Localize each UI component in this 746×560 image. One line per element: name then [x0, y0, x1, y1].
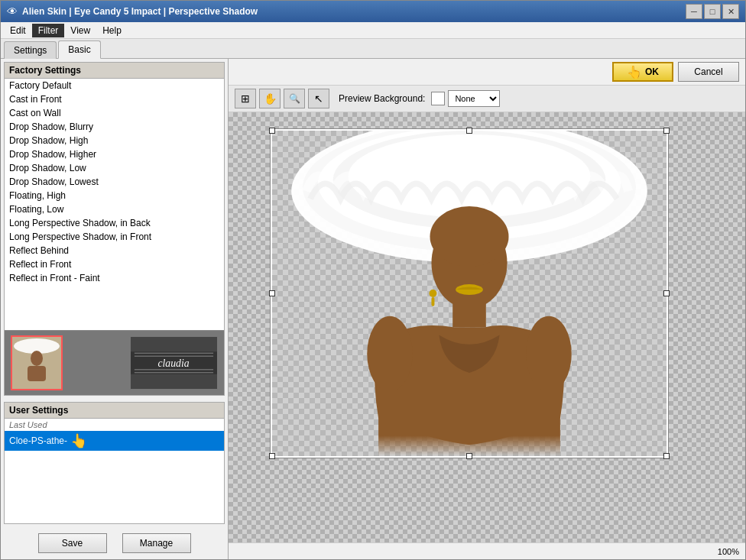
maximize-button[interactable]: □	[704, 4, 721, 19]
list-item-reflect-in-front-faint[interactable]: Reflect in Front - Faint	[5, 271, 224, 285]
list-item-long-perspective-front[interactable]: Long Perspective Shadow, in Front	[5, 230, 224, 244]
last-used-label: Last Used	[5, 419, 224, 431]
menu-edit[interactable]: Edit	[4, 24, 32, 37]
preview-toolbar: ⊞ ✋ 🔍 ↖ Preview Background: None White B…	[229, 85, 745, 112]
left-panel: Factory Settings Factory Default Cast in…	[1, 59, 229, 559]
watermark-thumbnail: claudia	[130, 336, 218, 390]
preview-bg-label: Preview Background:	[339, 93, 425, 104]
main-content: Factory Settings Factory Default Cast in…	[1, 59, 745, 559]
thumbnail-area: claudia	[5, 330, 224, 395]
svg-point-20	[367, 316, 412, 392]
selected-item-text: Cloe-PS-athe-	[9, 435, 67, 446]
main-window: 👁 Alien Skin | Eye Candy 5 Impact | Pers…	[0, 0, 746, 560]
pan-icon: ✋	[264, 92, 277, 105]
window-title: Alien Skin | Eye Candy 5 Impact | Perspe…	[22, 6, 258, 17]
title-bar-left: 👁 Alien Skin | Eye Candy 5 Impact | Pers…	[7, 5, 258, 18]
preview-bg-select[interactable]: None White Black Custom	[448, 90, 500, 107]
tabs-bar: Settings Basic	[1, 39, 745, 59]
zoom-fit-icon: ⊞	[241, 92, 250, 105]
handle-tr[interactable]	[663, 128, 670, 134]
settings-list-container: Factory Default Cast in Front Cast on Wa…	[5, 79, 224, 330]
ok-button[interactable]: 👆 OK	[612, 62, 673, 82]
close-button[interactable]: ✕	[722, 4, 739, 19]
list-item-cast-on-wall[interactable]: Cast on Wall	[5, 106, 224, 120]
watermark-svg: claudia	[131, 336, 217, 390]
ok-cursor-icon: 👆	[627, 65, 642, 79]
svg-point-2	[31, 351, 43, 366]
save-button[interactable]: Save	[38, 533, 107, 553]
list-item-drop-shadow-low[interactable]: Drop Shadow, Low	[5, 161, 224, 175]
cursor-tool-icon: ↖	[314, 92, 323, 105]
title-bar: 👁 Alien Skin | Eye Candy 5 Impact | Pers…	[1, 1, 745, 22]
list-item-drop-shadow-higher[interactable]: Drop Shadow, Higher	[5, 147, 224, 161]
app-icon: 👁	[7, 5, 18, 18]
list-item-drop-shadow-blurry[interactable]: Drop Shadow, Blurry	[5, 120, 224, 134]
handle-ml[interactable]	[269, 290, 275, 296]
right-top: 👆 OK Cancel	[229, 59, 745, 85]
list-item-reflect-in-front[interactable]: Reflect in Front	[5, 257, 224, 271]
svg-rect-23	[431, 297, 434, 306]
zoom-level: 100%	[718, 547, 739, 556]
cancel-button[interactable]: Cancel	[678, 62, 739, 82]
pan-button[interactable]: ✋	[259, 89, 281, 108]
list-item-factory-default[interactable]: Factory Default	[5, 79, 224, 92]
tab-basic[interactable]: Basic	[58, 40, 100, 59]
preview-bg-color-swatch	[431, 92, 445, 105]
factory-settings-list: Factory Default Cast in Front Cast on Wa…	[5, 79, 224, 330]
handle-mr[interactable]	[663, 290, 670, 296]
bottom-buttons: Save Manage	[1, 527, 228, 559]
cursor-tool-button[interactable]: ↖	[308, 89, 329, 108]
tab-settings[interactable]: Settings	[4, 41, 57, 59]
handle-tl[interactable]	[269, 128, 275, 134]
user-setting-selected[interactable]: Cloe-PS-athe- 👆	[5, 431, 224, 451]
factory-settings-header: Factory Settings	[5, 63, 224, 79]
zoom-in-icon: 🔍	[289, 93, 300, 104]
menu-filter[interactable]: Filter	[32, 24, 65, 37]
svg-point-21	[526, 316, 571, 392]
list-item-drop-shadow-lowest[interactable]: Drop Shadow, Lowest	[5, 175, 224, 189]
window-controls: ─ □ ✕	[686, 4, 739, 19]
user-settings-section: User Settings Last Used Cloe-PS-athe- 👆	[4, 402, 225, 524]
cursor-arrow-icon: 👆	[70, 432, 87, 449]
status-bar: 100%	[229, 542, 745, 559]
svg-text:claudia: claudia	[157, 358, 189, 369]
svg-rect-19	[452, 301, 486, 328]
manage-button[interactable]: Manage	[122, 533, 191, 553]
list-item-reflect-behind[interactable]: Reflect Behind	[5, 244, 224, 257]
list-item-cast-in-front[interactable]: Cast in Front	[5, 92, 224, 106]
list-item-floating-low[interactable]: Floating, Low	[5, 202, 224, 216]
subject-thumbnail	[11, 335, 63, 390]
ok-label: OK	[645, 66, 659, 77]
zoom-in-button[interactable]: 🔍	[284, 89, 305, 108]
list-item-drop-shadow-high[interactable]: Drop Shadow, High	[5, 134, 224, 147]
handle-bm[interactable]	[466, 453, 472, 459]
menu-view[interactable]: View	[64, 24, 96, 37]
menu-bar: Edit Filter View Help	[1, 22, 745, 39]
handle-bl[interactable]	[269, 453, 275, 459]
menu-help[interactable]: Help	[96, 24, 128, 37]
handle-tm[interactable]	[466, 128, 472, 134]
svg-point-17	[430, 206, 508, 267]
preview-figure-svg	[272, 131, 667, 456]
handle-br[interactable]	[663, 453, 670, 459]
factory-settings-section: Factory Settings Factory Default Cast in…	[4, 62, 225, 396]
preview-area[interactable]	[229, 112, 745, 542]
list-item-long-perspective-back[interactable]: Long Perspective Shadow, in Back	[5, 216, 224, 230]
right-panel: 👆 OK Cancel ⊞ ✋ 🔍 ↖ Preview	[229, 59, 745, 559]
preview-image-container	[271, 129, 668, 458]
svg-point-22	[429, 290, 436, 297]
list-item-floating-high[interactable]: Floating, High	[5, 189, 224, 202]
user-settings-header: User Settings	[5, 403, 224, 419]
svg-rect-3	[28, 366, 46, 381]
zoom-fit-button[interactable]: ⊞	[235, 89, 256, 108]
minimize-button[interactable]: ─	[686, 4, 702, 19]
subject-thumbnail-svg	[12, 337, 61, 389]
